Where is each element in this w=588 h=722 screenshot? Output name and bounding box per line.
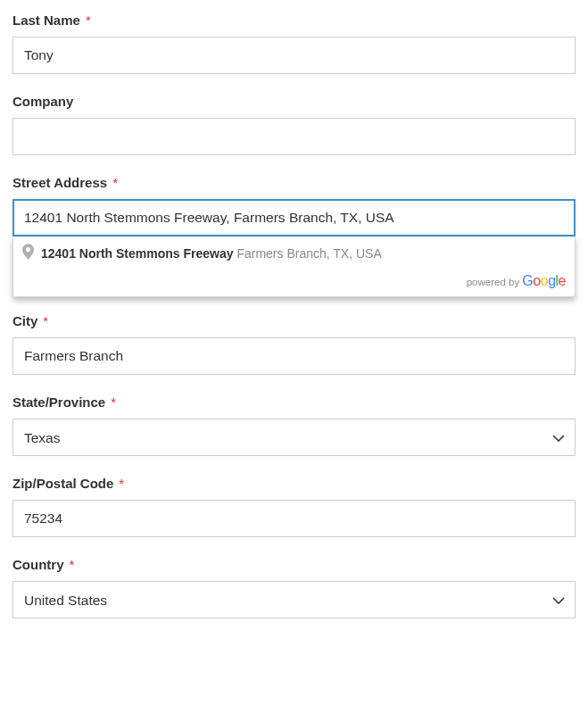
last-name-input[interactable] <box>12 37 576 74</box>
autocomplete-footer: powered by Google <box>13 270 575 296</box>
company-label: Company <box>12 94 576 109</box>
field-city: City* <box>12 313 576 375</box>
state-label: State/Province* <box>12 394 576 410</box>
zip-input[interactable] <box>12 500 576 537</box>
autocomplete-dropdown: 12401 North Stemmons Freeway Farmers Bra… <box>12 237 576 297</box>
required-asterisk: * <box>112 175 118 190</box>
label-text: Zip/Postal Code <box>12 476 113 491</box>
label-text: Country <box>12 557 64 572</box>
state-select-wrap: Texas <box>12 419 576 456</box>
label-text: City <box>12 313 37 328</box>
zip-label: Zip/Postal Code* <box>12 476 576 491</box>
label-text: Last Name <box>12 12 80 28</box>
powered-by-text: powered by <box>467 277 519 287</box>
suggestion-secondary: Farmers Branch, TX, USA <box>236 246 381 261</box>
field-state: State/Province* Texas <box>12 394 576 456</box>
suggestion-text: 12401 North Stemmons Freeway Farmers Bra… <box>41 246 382 261</box>
required-asterisk: * <box>43 313 48 328</box>
field-zip: Zip/Postal Code* <box>12 476 576 537</box>
last-name-label: Last Name* <box>12 12 576 28</box>
required-asterisk: * <box>119 476 124 491</box>
suggestion-main: 12401 North Stemmons Freeway <box>41 246 234 261</box>
google-logo-icon: Google <box>522 273 566 288</box>
city-label: City* <box>12 313 576 328</box>
autocomplete-suggestion[interactable]: 12401 North Stemmons Freeway Farmers Bra… <box>13 237 575 270</box>
map-pin-icon <box>22 244 34 262</box>
required-asterisk: * <box>86 12 91 28</box>
country-select-wrap: United States <box>12 581 576 618</box>
country-select[interactable]: United States <box>12 581 576 618</box>
company-input[interactable] <box>12 118 576 155</box>
required-asterisk: * <box>111 394 116 410</box>
label-text: Street Address <box>12 175 107 190</box>
field-street: Street Address* 12401 North Stemmons Fre… <box>12 175 576 237</box>
city-input[interactable] <box>12 337 576 375</box>
street-label: Street Address* <box>12 175 576 190</box>
label-text: Company <box>12 94 73 109</box>
field-last-name: Last Name* <box>12 12 576 74</box>
svg-point-0 <box>26 247 30 252</box>
street-input[interactable] <box>12 199 576 237</box>
state-select[interactable]: Texas <box>12 419 576 456</box>
country-label: Country* <box>12 557 576 572</box>
required-asterisk: * <box>70 557 75 572</box>
label-text: State/Province <box>12 394 105 410</box>
field-company: Company <box>12 94 576 155</box>
field-country: Country* United States <box>12 557 576 618</box>
